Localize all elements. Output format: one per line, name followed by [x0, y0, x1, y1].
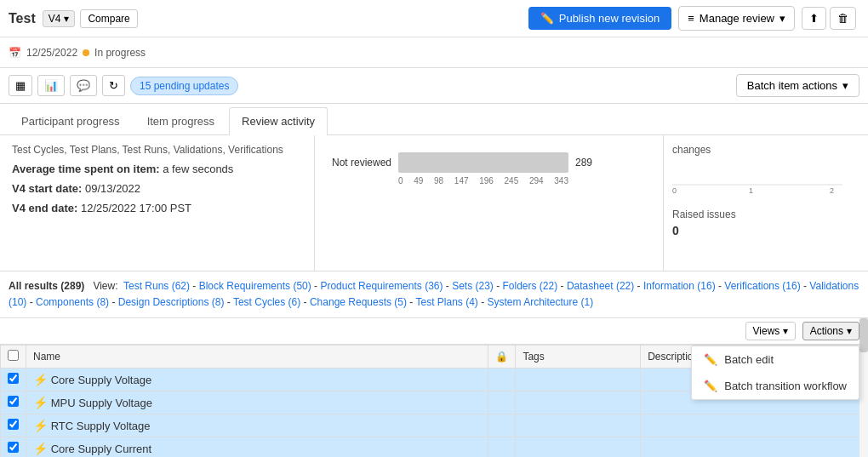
manage-review-button[interactable]: ≡ Manage review ▾ [678, 6, 795, 31]
link-block-requirements[interactable]: Block Requirements (50) [199, 280, 311, 292]
link-folders[interactable]: Folders (22) [503, 280, 558, 292]
version-label: V4 [49, 13, 61, 25]
results-links: Test Runs (62) - Block Requirements (50)… [9, 280, 859, 308]
raised-label: Raised issues [672, 209, 859, 220]
pencil-icon: ✏️ [540, 12, 554, 25]
row-desc-cell [641, 437, 868, 457]
svg-text:0: 0 [672, 186, 677, 193]
row-lock-cell [488, 414, 516, 437]
delete-button[interactable]: 🗑 [830, 7, 856, 30]
transition-icon: ✏️ [704, 380, 717, 392]
manage-arrow-icon: ▾ [779, 12, 785, 25]
row-tags-cell [516, 414, 641, 437]
row-name: Core Supply Voltage [51, 374, 152, 386]
tabs-bar: Participant progress Item progress Revie… [0, 104, 868, 135]
scrollbar-track[interactable] [859, 318, 868, 457]
batch-arrow-icon: ▾ [842, 79, 848, 92]
link-test-runs[interactable]: Test Runs (62) [123, 280, 190, 292]
link-change-requests[interactable]: Change Requests (5) [310, 296, 407, 308]
panels-container: Test Cycles, Test Plans, Test Runs, Vali… [0, 135, 868, 271]
row-checkbox[interactable] [8, 373, 19, 384]
row-icon: ⚡ [33, 396, 48, 409]
link-product-requirements[interactable]: Product Requirements (36) [320, 280, 443, 292]
actions-arrow-icon: ▾ [847, 325, 852, 337]
link-verifications[interactable]: Verifications (16) [724, 280, 800, 292]
not-reviewed-label: Not reviewed [323, 157, 391, 169]
bar-icon-button[interactable]: 📊 [37, 75, 65, 96]
link-test-plans[interactable]: Test Plans (4) [415, 296, 477, 308]
tab-participant-progress[interactable]: Participant progress [9, 107, 133, 134]
chart-panel: Not reviewed 289 0 49 98 147 196 245 294… [315, 135, 664, 271]
link-information[interactable]: Information (16) [643, 280, 716, 292]
not-reviewed-row: Not reviewed 289 [323, 152, 654, 173]
batch-edit-item[interactable]: ✏️ Batch edit [692, 346, 859, 373]
views-button[interactable]: Views ▾ [745, 322, 796, 340]
export-icon: ⬆ [809, 12, 819, 25]
svg-text:1: 1 [749, 186, 753, 193]
refresh-button[interactable]: ↻ [102, 75, 125, 96]
batch-item-actions-button[interactable]: Batch item actions ▾ [736, 74, 859, 97]
refresh-icon: ↻ [109, 79, 118, 92]
link-system-architecture[interactable]: System Architecture (1) [488, 296, 594, 308]
bar-chart-icon: 📊 [44, 79, 58, 92]
export-button[interactable]: ⬆ [802, 7, 826, 30]
edit-icon: ✏️ [704, 353, 717, 366]
publish-button[interactable]: ✏️ Publish new revision [528, 7, 672, 30]
link-sets[interactable]: Sets (23) [452, 280, 494, 292]
tab-item-progress[interactable]: Item progress [134, 107, 227, 134]
chart-icon-button[interactable]: ▦ [9, 75, 32, 96]
row-name-cell: ⚡ MPU Supply Voltage [26, 391, 488, 414]
row-tags-cell [516, 368, 641, 391]
tab-review-activity[interactable]: Review activity [229, 107, 328, 135]
date-value: 12/25/2022 [26, 47, 77, 59]
row-checkbox-cell [1, 391, 26, 414]
status-dot-icon [83, 49, 89, 56]
end-date-label: V4 end date: [12, 202, 77, 214]
table-row: ⚡ Core Supply Current [1, 437, 868, 457]
select-all-checkbox[interactable] [8, 350, 19, 361]
not-reviewed-value: 289 [575, 157, 592, 169]
manage-label: Manage review [700, 12, 774, 25]
actions-label: Actions [810, 325, 843, 337]
chart-area: Not reviewed 289 0 49 98 147 196 245 294… [323, 152, 654, 186]
row-checkbox[interactable] [8, 396, 19, 407]
comment-icon-button[interactable]: 💬 [70, 75, 97, 96]
col-checkbox [1, 346, 26, 368]
batch-label: Batch item actions [747, 79, 837, 92]
row-lock-cell [488, 368, 516, 391]
header: Test V4 ▾ Compare ✏️ Publish new revisio… [0, 0, 868, 37]
row-checkbox[interactable] [8, 442, 19, 453]
changes-label: changes [672, 144, 859, 156]
bar-track [398, 152, 568, 173]
right-panel: changes 0 1 2 Raised issues 0 [664, 135, 868, 271]
row-name: Core Supply Current [51, 443, 152, 455]
raised-value: 0 [672, 224, 859, 237]
pending-badge: 15 pending updates [130, 77, 238, 95]
results-section: All results (289) View: Test Runs (62) -… [0, 271, 868, 318]
row-checkbox[interactable] [8, 419, 19, 430]
row-name: MPU Supply Voltage [51, 397, 152, 409]
status-label: In progress [94, 47, 146, 59]
link-design-descriptions[interactable]: Design Descriptions (8) [118, 296, 225, 308]
compare-button[interactable]: Compare [80, 9, 137, 28]
left-panel: Test Cycles, Test Plans, Test Runs, Vali… [0, 135, 315, 271]
link-components[interactable]: Components (8) [36, 296, 109, 308]
link-datasheet[interactable]: Datasheet (22) [567, 280, 634, 292]
link-test-cycles[interactable]: Test Cycles (6) [233, 296, 300, 308]
row-lock-cell [488, 391, 516, 414]
publish-label: Publish new revision [559, 12, 660, 25]
calendar-icon: 📅 [9, 47, 21, 59]
row-lock-cell [488, 437, 516, 457]
batch-transition-label: Batch transition workflow [724, 380, 847, 392]
category-text: Test Cycles, Test Plans, Test Runs, Vali… [12, 144, 302, 156]
col-name: Name [26, 346, 488, 368]
version-selector[interactable]: V4 ▾ [43, 10, 76, 27]
actions-button[interactable]: Actions ▾ [802, 322, 859, 340]
svg-text:2: 2 [830, 186, 834, 193]
row-icon: ⚡ [33, 419, 48, 432]
scrollbar-thumb[interactable] [859, 318, 868, 352]
changes-chart: 0 1 2 [672, 159, 842, 193]
batch-transition-item[interactable]: ✏️ Batch transition workflow [692, 373, 859, 399]
col-lock: 🔒 [488, 346, 516, 368]
list-icon: ≡ [688, 12, 694, 25]
